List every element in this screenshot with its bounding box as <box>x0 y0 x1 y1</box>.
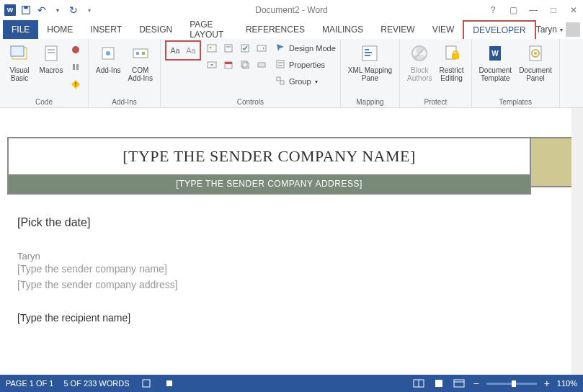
checkbox-control-icon[interactable] <box>238 41 252 55</box>
minimize-icon[interactable]: — <box>527 4 540 17</box>
properties-icon <box>275 59 287 71</box>
svg-rect-15 <box>136 52 139 55</box>
svg-rect-35 <box>280 81 284 84</box>
tab-page-layout[interactable]: PAGE LAYOUT <box>181 20 237 39</box>
zoom-in-button[interactable]: + <box>544 378 550 389</box>
svg-rect-33 <box>278 65 282 66</box>
plain-text-control-icon[interactable]: Aa <box>184 43 198 58</box>
picture-control-icon[interactable] <box>205 41 219 55</box>
group-button[interactable]: Group▾ <box>275 74 336 89</box>
svg-rect-34 <box>277 77 280 81</box>
tab-view[interactable]: VIEW <box>424 20 463 39</box>
svg-rect-26 <box>225 62 232 64</box>
svg-rect-20 <box>226 46 231 48</box>
svg-point-13 <box>106 51 110 55</box>
tab-references[interactable]: REFERENCES <box>237 20 313 39</box>
help-icon[interactable]: ? <box>486 4 499 17</box>
svg-rect-14 <box>133 49 148 58</box>
document-panel-button[interactable]: Document Panel <box>516 40 555 84</box>
tab-developer[interactable]: DEVELOPER <box>463 20 535 39</box>
redo-icon[interactable]: ↻ <box>66 3 81 17</box>
design-mode-button[interactable]: Design Mode <box>275 40 336 56</box>
tab-design[interactable]: DESIGN <box>130 20 181 39</box>
zoom-slider[interactable] <box>486 383 537 385</box>
svg-rect-22 <box>257 45 266 51</box>
tab-file[interactable]: FILE <box>3 20 38 39</box>
dropdown-control-icon[interactable] <box>205 58 219 72</box>
proofing-icon[interactable] <box>140 378 153 388</box>
com-addins-button[interactable]: COM Add-Ins <box>125 40 155 84</box>
visual-basic-button[interactable]: Visual Basic <box>4 40 35 84</box>
recipient-placeholder[interactable]: [Type the recipient name] <box>17 312 566 324</box>
svg-rect-38 <box>365 52 372 53</box>
repeating-section-icon[interactable] <box>238 58 252 72</box>
logo-placeholder[interactable] <box>531 137 576 187</box>
svg-rect-3 <box>11 46 24 56</box>
save-icon[interactable] <box>19 3 33 17</box>
pause-recording-icon[interactable] <box>68 60 83 74</box>
page-indicator[interactable]: PAGE 1 OF 1 <box>6 379 53 388</box>
undo-dropdown-icon[interactable]: ▾ <box>50 3 65 17</box>
xml-mapping-button[interactable]: XML Mapping Pane <box>345 40 395 84</box>
zoom-out-button[interactable]: − <box>473 378 479 389</box>
svg-rect-39 <box>365 55 370 56</box>
restrict-editing-button[interactable]: Restrict Editing <box>437 40 467 84</box>
sender-name[interactable]: Taryn <box>17 251 566 262</box>
letterhead[interactable]: [TYPE THE SENDER COMPANY NAME] [TYPE THE… <box>7 137 531 195</box>
titlebar: W ↶ ▾ ↻ ▾ Document2 - Word ? ▢ — □ ✕ <box>0 0 583 20</box>
addins-icon <box>97 42 120 65</box>
macro-status-icon[interactable] <box>163 378 176 388</box>
combo-box-control-icon[interactable] <box>254 41 269 55</box>
tab-review[interactable]: REVIEW <box>372 20 423 39</box>
visual-basic-icon <box>8 42 31 65</box>
document-template-button[interactable]: W Document Template <box>476 40 515 84</box>
group-icon <box>275 76 287 87</box>
record-macro-icon[interactable] <box>68 43 83 57</box>
tab-home[interactable]: HOME <box>38 20 81 39</box>
macros-button[interactable]: Macros <box>36 40 66 76</box>
scrollbar[interactable] <box>571 108 583 375</box>
restrict-editing-icon <box>440 42 463 65</box>
word-count[interactable]: 5 OF 233 WORDS <box>63 379 129 388</box>
svg-rect-57 <box>454 380 464 387</box>
company-name-placeholder[interactable]: [TYPE THE SENDER COMPANY NAME] <box>9 138 530 174</box>
user-menu[interactable]: Taryn ▾ <box>536 20 583 39</box>
date-placeholder[interactable]: [Pick the date] <box>17 216 566 229</box>
document-template-icon: W <box>484 42 507 65</box>
svg-rect-19 <box>225 45 232 52</box>
statusbar: PAGE 1 OF 1 5 OF 233 WORDS − + 110% <box>0 375 583 392</box>
design-mode-icon <box>275 43 287 54</box>
svg-marker-24 <box>210 64 213 66</box>
document-area[interactable]: [TYPE THE SENDER COMPANY NAME] [TYPE THE… <box>0 108 583 375</box>
sender-address-placeholder[interactable]: [Type the sender company address] <box>17 279 566 290</box>
tab-insert[interactable]: INSERT <box>81 20 130 39</box>
block-authors-button[interactable]: Block Authors <box>404 40 435 84</box>
print-layout-icon[interactable] <box>432 378 445 388</box>
macro-security-icon[interactable]: ! <box>68 77 83 92</box>
addins-button[interactable]: Add-Ins <box>93 40 123 76</box>
building-block-control-icon[interactable] <box>221 41 236 55</box>
company-address-placeholder[interactable]: [TYPE THE SENDER COMPANY ADDRESS] <box>9 174 530 193</box>
group-templates: W Document Template Document Panel Templ… <box>472 39 560 107</box>
tab-mailings[interactable]: MAILINGS <box>313 20 372 39</box>
undo-icon[interactable]: ↶ <box>35 3 49 17</box>
group-addins: Add-Ins COM Add-Ins Add-Ins <box>89 39 161 107</box>
com-addins-icon <box>129 42 152 65</box>
qat-customize-icon[interactable]: ▾ <box>82 3 97 17</box>
maximize-icon[interactable]: □ <box>547 4 560 17</box>
read-mode-icon[interactable] <box>412 378 425 388</box>
sender-company-placeholder[interactable]: [Type the sender company name] <box>17 263 566 275</box>
group-protect: Block Authors Restrict Editing Protect <box>400 39 471 107</box>
group-controls: Aa Aa Design Mode Properties Group▾ Cont… <box>161 39 341 107</box>
zoom-level[interactable]: 110% <box>557 379 577 388</box>
svg-rect-8 <box>73 64 75 70</box>
web-layout-icon[interactable] <box>453 378 466 388</box>
date-picker-control-icon[interactable] <box>221 58 236 72</box>
legacy-tools-icon[interactable] <box>254 58 269 72</box>
close-icon[interactable]: ✕ <box>567 4 580 17</box>
svg-rect-16 <box>142 52 145 55</box>
properties-button[interactable]: Properties <box>275 57 336 73</box>
rich-text-control-icon[interactable]: Aa <box>168 43 182 58</box>
ribbon-options-icon[interactable]: ▢ <box>507 4 520 17</box>
svg-rect-5 <box>48 49 55 50</box>
